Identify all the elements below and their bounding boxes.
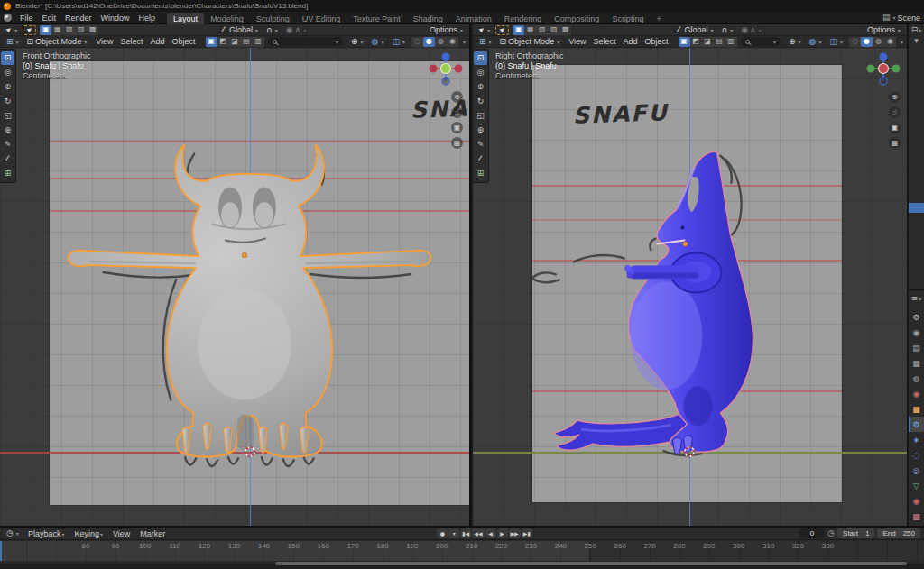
tab-particles[interactable]: ∗ xyxy=(909,432,924,447)
pan-hand-icon[interactable]: ☝ xyxy=(451,106,463,118)
gizmo-neg-y-axis[interactable] xyxy=(867,65,875,73)
tab-material[interactable]: ◉ xyxy=(909,493,924,509)
tweak-tool-button[interactable]: ▶ xyxy=(495,25,509,35)
tab-object[interactable]: ■ xyxy=(909,401,924,417)
viewport-right-canvas[interactable]: SNAFU xyxy=(473,48,907,526)
front-view-character-model[interactable] xyxy=(0,48,469,524)
scale-tool[interactable]: ◱ xyxy=(474,109,487,123)
cursor-tool[interactable]: ◎ xyxy=(474,66,487,79)
move-tool[interactable]: ⊕ xyxy=(474,80,487,94)
xray-toggle[interactable]: ◫▾ xyxy=(389,37,408,47)
tab-output[interactable]: ▤ xyxy=(909,340,924,355)
tab-constraints[interactable]: ◎ xyxy=(909,463,924,478)
outliner-selected-row[interactable] xyxy=(909,203,924,213)
shading-material-icon[interactable]: ◍ xyxy=(435,37,447,47)
next-keyframe-button[interactable]: ▶▶ xyxy=(509,528,521,538)
navigation-gizmo[interactable] xyxy=(865,50,901,87)
grid-ortho-icon[interactable]: ▦ xyxy=(889,137,901,149)
transform-orientation-dropdown[interactable]: ∠Global▾ xyxy=(672,25,716,35)
scene-selector[interactable]: ▤ ▾ Scene xyxy=(882,14,920,23)
gizmo-neg-z-axis[interactable] xyxy=(880,78,887,85)
select-mode-subtract[interactable]: ▧ xyxy=(536,25,548,35)
visibility-object-icon[interactable]: ▣ xyxy=(679,37,690,47)
marker-menu[interactable]: Marker xyxy=(136,529,169,538)
editor-type-dropdown[interactable]: ⊞▾ xyxy=(476,37,494,47)
visibility-light-icon[interactable]: ▤ xyxy=(714,37,725,47)
keying-menu[interactable]: Keying▾ xyxy=(70,529,106,538)
topbar-menu[interactable]: Window xyxy=(97,14,134,23)
tab-tool[interactable]: ⚙ xyxy=(909,309,924,325)
tab-physics[interactable]: ◌ xyxy=(909,447,924,463)
viewport-menu[interactable]: View xyxy=(92,37,116,46)
camera-view-icon[interactable]: ▣ xyxy=(889,122,901,133)
select-mode-subtract[interactable]: ▧ xyxy=(63,25,75,35)
visibility-mesh-icon[interactable]: ◩ xyxy=(217,37,229,47)
outliner-header[interactable]: ⊟▾ xyxy=(909,24,924,35)
prev-keyframe-button[interactable]: ◀◀ xyxy=(472,528,484,538)
playback-menu[interactable]: Playback▾ xyxy=(24,529,69,538)
snap-dropdown[interactable]: ∩▾ xyxy=(719,25,736,35)
shading-solid-icon[interactable]: ● xyxy=(423,37,435,47)
visibility-empty-icon[interactable]: ▥ xyxy=(725,37,737,47)
auto-keying-toggle[interactable]: ◷ xyxy=(827,529,835,537)
search-input[interactable]: ▾ xyxy=(268,37,343,46)
visibility-empty-icon[interactable]: ▥ xyxy=(253,37,264,47)
zoom-icon[interactable]: ⊕ xyxy=(889,91,901,103)
jump-end-button[interactable]: ▶▮ xyxy=(522,528,532,538)
gizmo-z-axis[interactable] xyxy=(880,53,888,61)
navigation-gizmo[interactable] xyxy=(428,50,464,87)
add-cube-tool[interactable]: ⊞ xyxy=(474,167,487,180)
shading-wireframe-icon[interactable]: ◌ xyxy=(849,37,861,47)
shading-wireframe-icon[interactable]: ◌ xyxy=(411,37,423,47)
transform-orientation-dropdown[interactable]: ∠Global▾ xyxy=(217,25,261,35)
measure-tool[interactable]: ∠ xyxy=(474,152,487,166)
gizmos-toggle[interactable]: ⊕▾ xyxy=(786,37,804,47)
shading-material-icon[interactable]: ◍ xyxy=(873,37,884,47)
tab-render[interactable]: ◉ xyxy=(909,325,924,340)
timeline-editor-dropdown[interactable]: ◷▾ xyxy=(4,528,22,538)
current-frame-field[interactable]: 0 xyxy=(799,528,825,538)
add-cube-tool[interactable]: ⊞ xyxy=(1,167,14,180)
gizmo-y-axis[interactable] xyxy=(441,64,451,74)
shading-solid-icon[interactable]: ● xyxy=(861,37,873,47)
select-box-tool[interactable]: ⊡ xyxy=(1,51,14,65)
select-mode-intersect[interactable]: ▩ xyxy=(559,25,571,35)
mode-dropdown[interactable]: ⊡Object Mode▾ xyxy=(497,37,563,47)
gizmo-z-axis[interactable] xyxy=(442,53,450,61)
select-mode-new[interactable]: ▣ xyxy=(40,25,51,35)
viewport-menu[interactable]: Add xyxy=(620,37,642,46)
rotate-tool[interactable]: ↻ xyxy=(474,95,487,108)
gizmo-y-axis[interactable] xyxy=(892,65,901,73)
gizmo-neg-z-axis[interactable] xyxy=(442,78,449,85)
view-menu[interactable]: View xyxy=(109,529,134,538)
timeline-scrollbar[interactable] xyxy=(275,562,907,565)
select-mode-extend[interactable]: ▦ xyxy=(524,25,536,35)
blender-menu-icon[interactable] xyxy=(4,14,12,22)
outliner-filter-button[interactable]: ▾ xyxy=(909,35,924,46)
topbar-menu[interactable]: Edit xyxy=(38,14,61,23)
tab-texture[interactable]: ▩ xyxy=(909,509,924,524)
proportional-edit-dropdown[interactable]: ◉∧▾ xyxy=(738,25,763,35)
tab-data[interactable]: ▽ xyxy=(909,478,924,493)
workspace-tab[interactable]: Texture Paint xyxy=(346,13,407,24)
overlays-toggle[interactable]: ◍▾ xyxy=(369,37,387,47)
visibility-object-icon[interactable]: ▣ xyxy=(206,37,217,47)
select-mode-intersect[interactable]: ▩ xyxy=(87,25,98,35)
options-dropdown[interactable]: Options▾ xyxy=(864,25,903,35)
select-mode-invert[interactable]: ▨ xyxy=(548,25,559,35)
viewport-menu[interactable]: Object xyxy=(642,37,672,46)
measure-tool[interactable]: ∠ xyxy=(1,152,14,166)
gizmo-x-axis[interactable] xyxy=(879,64,889,74)
jump-start-button[interactable]: ▮◀ xyxy=(460,528,471,538)
tab-scene[interactable]: ◍ xyxy=(909,371,924,386)
snap-dropdown[interactable]: ∩▾ xyxy=(263,25,281,35)
shading-rendered-icon[interactable]: ◉ xyxy=(884,37,896,47)
tab-modifiers[interactable]: ⚙ xyxy=(909,417,924,432)
visibility-curve-icon[interactable]: ◪ xyxy=(229,37,241,47)
select-mode-new[interactable]: ▣ xyxy=(513,25,524,35)
visibility-curve-icon[interactable]: ◪ xyxy=(702,37,714,47)
active-tool-dropdown[interactable]: ▶▾ xyxy=(476,25,493,35)
record-button[interactable]: ● xyxy=(437,528,448,538)
workspace-tab[interactable]: Sculpting xyxy=(250,13,296,24)
gizmo-neg-x-axis[interactable] xyxy=(430,65,438,73)
